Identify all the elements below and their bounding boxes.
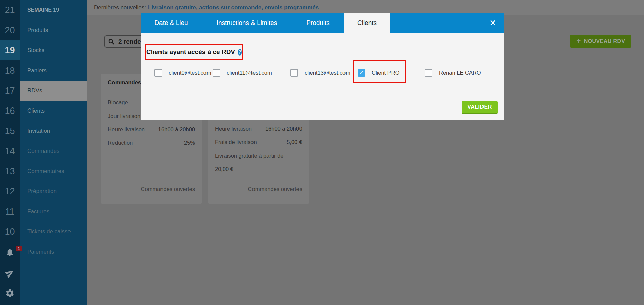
send-button[interactable] [0, 268, 20, 278]
modal-section-title: Clients ayant accès à ce RDV [146, 48, 235, 56]
card-rows: Heure livraison 16h00 à 20h00 Frais de l… [215, 122, 302, 176]
sidebar-item-tickets-de-caisse[interactable]: Tickets de caisse [20, 222, 87, 242]
week-number[interactable]: 15 [0, 121, 20, 141]
modal-body: Clients ayant accès à ce RDV ? client0@t… [141, 33, 504, 120]
sidebar-item-stocks[interactable]: Stocks [20, 40, 87, 60]
new-rdv-label: NOUVEAU RDV [584, 38, 625, 44]
search-icon [108, 38, 115, 45]
sidebar-item-factures[interactable]: Factures [20, 202, 87, 222]
news-link[interactable]: Livraison gratuite, actions sur commande… [148, 4, 319, 11]
week-number[interactable]: 16 [0, 101, 20, 121]
notification-badge: 1 [16, 246, 22, 251]
open-orders-link[interactable]: Commandes ouvertes [141, 184, 195, 194]
week-number[interactable]: 21 [0, 0, 20, 20]
rdv-edit-modal: Date & Lieu Instructions & Limites Produ… [141, 13, 504, 120]
open-orders-link[interactable]: Commandes ouvertes [248, 184, 302, 194]
checkbox-icon[interactable] [154, 69, 162, 77]
sidebar-item-paniers[interactable]: Paniers [20, 60, 87, 81]
client-checkbox-item[interactable]: Renan LE CARO [425, 68, 481, 77]
sidebar-item-rdvs[interactable]: RDVs [20, 81, 87, 101]
modal-tabs: Date & Lieu Instructions & Limites Produ… [141, 13, 390, 33]
tab-instructions-&-limites[interactable]: Instructions & Limites [201, 13, 292, 33]
sidebar-item-commandes[interactable]: Commandes [20, 141, 87, 161]
card-row: 20,00 € [215, 162, 302, 176]
sidebar-week-column: 21 20 19 18 17 16 15 14 13 12 11 10 [0, 0, 20, 305]
sidebar-item-invitation[interactable]: Invitation [20, 121, 87, 141]
card-row: Réduction 25% [108, 136, 195, 149]
sidebar-item-semaine-19[interactable]: SEMAINE 19 [20, 0, 87, 20]
bell-icon [5, 248, 14, 257]
card-title: Commandes [108, 79, 141, 86]
sidebar-item-clients[interactable]: Clients [20, 101, 87, 121]
week-number[interactable]: 17 [0, 81, 20, 101]
tab-date-&-lieu[interactable]: Date & Lieu [141, 13, 201, 33]
client-checkbox-item[interactable]: ✓ Client PRO [358, 68, 400, 77]
week-number[interactable]: 13 [0, 161, 20, 181]
close-icon[interactable]: ✕ [487, 13, 498, 33]
title-highlight-box: Clients ayant accès à ce RDV ? [145, 44, 243, 60]
checkbox-icon[interactable] [213, 69, 220, 77]
week-number[interactable]: 18 [0, 60, 20, 81]
week-number[interactable]: 19 [0, 40, 20, 60]
sidebar-item-commentaires[interactable]: Commentaires [20, 161, 87, 181]
settings-button[interactable] [0, 288, 20, 298]
week-number[interactable]: 14 [0, 141, 20, 161]
card-row: Heure livraison 16h00 à 20h00 [108, 123, 195, 136]
client-checkbox-item[interactable]: client0@test.com [154, 68, 211, 77]
tab-produits[interactable]: Produits [292, 13, 344, 33]
tab-clients[interactable]: Clients [344, 13, 390, 33]
checkbox-icon[interactable] [425, 69, 432, 77]
sidebar-item-préparation[interactable]: Préparation [20, 181, 87, 202]
new-rdv-button[interactable]: + NOUVEAU RDV [570, 35, 631, 48]
help-icon[interactable]: ? [238, 49, 242, 56]
checkbox-icon[interactable]: ✓ [358, 69, 365, 77]
card-row: Frais de livraison 5,00 € [215, 135, 302, 149]
notifications-button[interactable]: 1 [0, 248, 20, 258]
sidebar-item-produits[interactable]: Produits [20, 20, 87, 40]
client-checkbox-item[interactable]: client13@test.com [290, 68, 350, 77]
card-row: Heure livraison 16h00 à 20h00 [215, 122, 302, 135]
sidebar-item-paiements[interactable]: Paiements [20, 242, 87, 262]
news-prefix: Dernières nouvelles: [94, 4, 146, 11]
sidebar-menu: SEMAINE 19 Produits Stocks Paniers RDVs … [20, 0, 87, 305]
paper-plane-icon [3, 267, 16, 280]
week-number[interactable]: 11 [0, 202, 20, 222]
card-row: Livraison gratuite à partir de [215, 149, 302, 162]
client-checkbox-item[interactable]: client11@test.com [213, 68, 272, 77]
week-number[interactable]: 12 [0, 181, 20, 202]
gear-icon [5, 288, 15, 298]
week-number[interactable]: 20 [0, 20, 20, 40]
plus-icon: + [577, 37, 581, 45]
validate-button[interactable]: VALIDER [462, 101, 498, 114]
checkbox-icon[interactable] [290, 69, 298, 77]
week-number[interactable]: 10 [0, 222, 20, 242]
modal-tab-bar: Date & Lieu Instructions & Limites Produ… [141, 13, 504, 33]
